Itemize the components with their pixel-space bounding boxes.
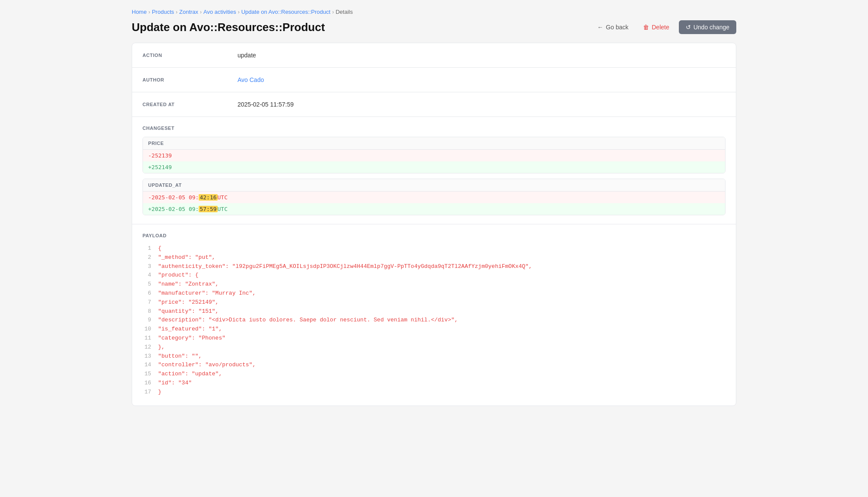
updated-at-added-highlight: 57:59: [199, 206, 217, 212]
line-content: "is_featured": "1",: [158, 325, 725, 334]
code-line: 2 "_method": "put",: [143, 253, 725, 262]
line-number: 16: [143, 379, 151, 388]
author-link[interactable]: Avo Cado: [238, 76, 264, 83]
updated-at-changeset-box: UPDATED_AT -2025-02-05 09:42:16 UTC +202…: [143, 179, 725, 215]
breadcrumb-products[interactable]: Products: [152, 9, 174, 15]
line-content: "name": "Zontrax",: [158, 280, 725, 289]
code-line: 7 "price": "252149",: [143, 298, 725, 307]
price-removed-value: -252139: [148, 152, 172, 159]
code-line: 5 "name": "Zontrax",: [143, 280, 725, 289]
code-line: 9 "description": "<div>Dicta iusto dolor…: [143, 316, 725, 325]
breadcrumb-avo-activities[interactable]: Avo activities: [203, 9, 236, 15]
line-number: 12: [143, 343, 151, 352]
changeset-label: CHANGESET: [143, 126, 725, 131]
price-changeset-box: PRICE -252139 +252149: [143, 137, 725, 173]
line-content: "button": "",: [158, 352, 725, 361]
line-number: 1: [143, 244, 151, 253]
line-number: 11: [143, 334, 151, 343]
breadcrumb-current: Details: [336, 9, 353, 15]
line-number: 17: [143, 388, 151, 397]
undo-change-button[interactable]: ↺ Undo change: [679, 20, 736, 34]
created-at-row: CREATED AT 2025-02-05 11:57:59: [132, 92, 736, 117]
arrow-left-icon: ←: [597, 24, 603, 31]
action-row: ACTION update: [132, 43, 736, 68]
breadcrumb-sep-2: ›: [176, 9, 177, 15]
updated-at-removed-line: -2025-02-05 09:42:16 UTC: [143, 192, 725, 203]
code-line: 6 "manufacturer": "Murray Inc",: [143, 289, 725, 298]
go-back-button[interactable]: ← Go back: [592, 20, 634, 34]
payload-code: 1{2 "_method": "put",3 "authenticity_tok…: [143, 244, 725, 397]
author-row: AUTHOR Avo Cado: [132, 68, 736, 92]
price-added-line: +252149: [143, 161, 725, 173]
go-back-label: Go back: [606, 24, 628, 31]
code-line: 11 "category": "Phones": [143, 334, 725, 343]
delete-button[interactable]: 🗑 Delete: [638, 20, 674, 34]
action-label: ACTION: [143, 52, 238, 58]
line-number: 2: [143, 253, 151, 262]
code-line: 8 "quantity": "151",: [143, 307, 725, 316]
action-value: update: [238, 52, 725, 59]
created-at-label: CREATED AT: [143, 101, 238, 107]
page-title: Update on Avo::Resources::Product: [132, 21, 325, 34]
breadcrumb-sep-1: ›: [149, 9, 150, 15]
code-line: 13 "button": "",: [143, 352, 725, 361]
updated-at-removed-prefix: -2025-02-05 09:: [148, 194, 199, 201]
code-line: 4 "product": {: [143, 271, 725, 280]
price-added-value: +252149: [148, 164, 172, 170]
line-number: 14: [143, 361, 151, 370]
updated-at-removed-suffix: UTC: [218, 194, 228, 201]
breadcrumb: Home › Products › Zontrax › Avo activiti…: [132, 9, 736, 15]
line-number: 4: [143, 271, 151, 280]
breadcrumb-sep-4: ›: [238, 9, 240, 15]
line-number: 5: [143, 280, 151, 289]
breadcrumb-update-resource[interactable]: Update on Avo::Resources::Product: [241, 9, 330, 15]
code-line: 14 "controller": "avo/products",: [143, 361, 725, 370]
code-line: 16 "id": "34": [143, 379, 725, 388]
line-number: 8: [143, 307, 151, 316]
line-content: "price": "252149",: [158, 298, 725, 307]
line-content: "category": "Phones": [158, 334, 725, 343]
trash-icon: 🗑: [643, 24, 649, 31]
page-header: Update on Avo::Resources::Product ← Go b…: [132, 20, 736, 34]
line-number: 6: [143, 289, 151, 298]
line-content: }: [158, 388, 725, 397]
updated-at-label: UPDATED_AT: [143, 179, 725, 192]
line-number: 9: [143, 316, 151, 325]
breadcrumb-home[interactable]: Home: [132, 9, 147, 15]
updated-at-added-suffix: UTC: [218, 206, 228, 212]
line-content: "product": {: [158, 271, 725, 280]
line-content: "authenticity_token": "l92pgu2FiPMEg5A_K…: [158, 262, 725, 271]
updated-at-added-prefix: +2025-02-05 09:: [148, 206, 199, 212]
author-label: AUTHOR: [143, 76, 238, 82]
payload-section: PAYLOAD 1{2 "_method": "put",3 "authenti…: [132, 224, 736, 406]
line-number: 13: [143, 352, 151, 361]
line-number: 10: [143, 325, 151, 334]
price-label: PRICE: [143, 137, 725, 150]
line-content: "action": "update",: [158, 370, 725, 379]
updated-at-added-line: +2025-02-05 09:57:59 UTC: [143, 203, 725, 215]
delete-label: Delete: [652, 24, 669, 31]
breadcrumb-sep-5: ›: [332, 9, 334, 15]
code-line: 15 "action": "update",: [143, 370, 725, 379]
author-value: Avo Cado: [238, 76, 725, 83]
header-actions: ← Go back 🗑 Delete ↺ Undo change: [592, 20, 736, 34]
line-number: 15: [143, 370, 151, 379]
updated-at-removed-highlight: 42:16: [199, 194, 217, 201]
price-removed-line: -252139: [143, 150, 725, 161]
content-card: ACTION update AUTHOR Avo Cado CREATED AT…: [132, 43, 736, 406]
code-line: 17}: [143, 388, 725, 397]
line-content: "quantity": "151",: [158, 307, 725, 316]
line-content: "_method": "put",: [158, 253, 725, 262]
code-line: 10 "is_featured": "1",: [143, 325, 725, 334]
created-at-value: 2025-02-05 11:57:59: [238, 101, 725, 108]
line-content: "id": "34": [158, 379, 725, 388]
payload-label: PAYLOAD: [143, 233, 725, 238]
breadcrumb-zontrax[interactable]: Zontrax: [179, 9, 198, 15]
line-content: "controller": "avo/products",: [158, 361, 725, 370]
code-line: 1{: [143, 244, 725, 253]
line-content: {: [158, 244, 725, 253]
line-number: 3: [143, 262, 151, 271]
line-content: "description": "<div>Dicta iusto dolores…: [158, 316, 725, 325]
breadcrumb-sep-3: ›: [200, 9, 202, 15]
undo-label: Undo change: [694, 24, 729, 31]
